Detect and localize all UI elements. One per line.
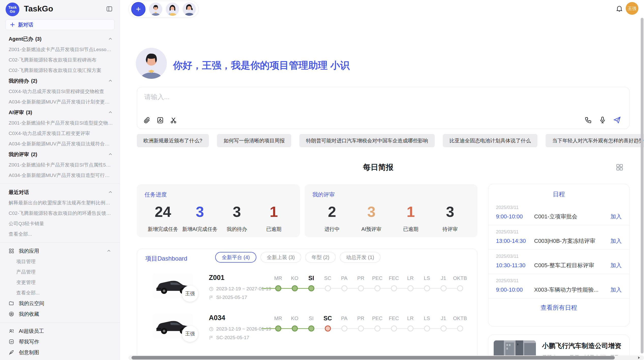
app-link[interactable]: 变更管理: [16, 277, 120, 288]
logo-line2: Go: [10, 9, 15, 13]
sidebar-task-item[interactable]: A034-全新新能源MUV产品开发项目计划变更表编写: [0, 97, 120, 107]
schedule-name: C001-立项审批会: [534, 213, 607, 220]
suggestion-chip[interactable]: 比亚迪全固态电池计划具体说了什么: [443, 134, 537, 147]
dashboard-tab[interactable]: 全新上装 (3): [260, 252, 301, 263]
plus-icon: [10, 22, 15, 27]
chevron-up-icon[interactable]: [108, 152, 113, 157]
agent-avatar-1[interactable]: [149, 3, 162, 16]
sidebar-header: Task Go TaskGo: [0, 0, 120, 19]
recent-chat-item[interactable]: 解释最新出台的欧盟报废车法规再生塑料比例被调至15%...: [0, 198, 120, 208]
dashboard-tab[interactable]: 动总开发 (1): [340, 252, 380, 263]
vertical-scrollbar-thumb[interactable]: [641, 18, 643, 353]
recent-chat-item[interactable]: 公司Q3轻卡销量: [0, 218, 120, 229]
notifications-bell-icon[interactable]: [616, 5, 623, 12]
sidebar-item-ai-staff[interactable]: AI超级员工: [0, 326, 120, 336]
stat: 3 待评审: [430, 203, 470, 233]
sidebar-task-item[interactable]: Z001-全新燃油皮卡产品开发项目SI节点Lesson Learn报告: [0, 44, 120, 55]
clock-icon: [209, 287, 214, 291]
sidebar-item-creative-draw[interactable]: 创意制图: [0, 347, 120, 358]
dashboard-tab[interactable]: 年型 (2): [305, 252, 336, 263]
send-plane-icon[interactable]: [613, 116, 621, 124]
sidebar-task-item[interactable]: C02-飞腾新能源轻客改款项目立项汇报方案: [0, 65, 120, 76]
scissors-icon[interactable]: [170, 116, 177, 124]
my-review-card: 我的评审 2 进行中 3 AI预评审 1 已逾期 3 待评审: [305, 184, 477, 237]
suggestion-chip[interactable]: 当下年轻人对汽车外观有怎样的喜好趋势: [546, 134, 644, 147]
chevron-up-icon[interactable]: [108, 110, 113, 115]
milestone: OKTB: [452, 274, 468, 291]
sidebar-section-recent-chats[interactable]: 最近对话: [0, 187, 120, 198]
app-link[interactable]: 产品管理: [16, 267, 120, 277]
section-title: Agent已办: [9, 36, 33, 42]
milestone-dot: [441, 285, 447, 291]
sidebar-task-item[interactable]: C0X4-动力总成开发项目工程变更评审: [0, 128, 120, 139]
sidebar-task-item[interactable]: C02-飞腾新能源轻客改款项目里程碑画布: [0, 55, 120, 65]
paperclip-icon[interactable]: [143, 116, 151, 124]
schedule-name: C003|H0B-方案冻结评审: [534, 237, 607, 245]
sidebar-item-my-apps[interactable]: 我的应用: [0, 246, 120, 256]
plus-icon: [135, 6, 141, 12]
milestone-track: MR KO SI SC PA: [270, 274, 468, 291]
sidebar-section-agent-done[interactable]: Agent已办 (3): [0, 34, 120, 44]
chevron-up-icon[interactable]: [108, 79, 113, 83]
project-row[interactable]: 王强 Z001 2023-12-19 ~ 2027-01-19 SI-2025-…: [137, 273, 477, 311]
milestone-dot: [374, 285, 380, 291]
sidebar-item-help-write[interactable]: 帮我写作: [0, 336, 120, 347]
project-code: Z001: [209, 274, 225, 282]
suggestion-chip[interactable]: 如何写一份清晰的项目周报: [217, 134, 291, 147]
apps-view-all[interactable]: 查看全部...: [16, 288, 120, 298]
chevron-up-icon[interactable]: [108, 190, 113, 194]
sidebar-section-ai-review[interactable]: AI评审 (3): [0, 107, 120, 118]
chevron-up-icon[interactable]: [107, 249, 111, 253]
drawing-feather-icon: [9, 350, 14, 355]
suggestion-chip[interactable]: 特朗普可能对进口汽车增税会对中国车企造成哪些影响: [299, 134, 435, 147]
sidebar-collapse-icon[interactable]: [106, 6, 113, 12]
milestone-label: LR: [402, 314, 419, 322]
new-chat-button[interactable]: 新对话: [6, 19, 114, 30]
horizontal-scrollbar[interactable]: [128, 355, 644, 360]
suggestion-chip[interactable]: 欧洲新规最近颁布了什么?: [137, 134, 209, 147]
recent-chat-item[interactable]: C02-飞腾新能源轻客改款项目的闭环通告反馈情况: [0, 208, 120, 218]
sidebar-section-my-todo[interactable]: 我的待办 (2): [0, 76, 120, 86]
sidebar-task-item[interactable]: Z001-全新燃油轻卡产品开发项目SI节点属性5D文件评审: [0, 160, 120, 170]
sidebar-section-my-review[interactable]: 我的评审 (2): [0, 149, 120, 160]
horizontal-scrollbar-thumb[interactable]: [131, 356, 615, 359]
user-avatar[interactable]: 王强: [626, 2, 638, 15]
phone-icon[interactable]: [584, 116, 592, 124]
image-icon[interactable]: [156, 116, 164, 124]
sidebar-task-item[interactable]: A034-全新新能源MUV产品开发项目法规符合性评审: [0, 139, 120, 149]
project-row[interactable]: 王强 A034 2023-12-19 ~ 2026-01-19 SC-2025-…: [137, 313, 477, 352]
sidebar-task-item[interactable]: C0X4-动力总成开发项目SI里程碑提交物检查: [0, 86, 120, 97]
add-agent-button[interactable]: [131, 2, 145, 16]
join-button[interactable]: 加入: [610, 286, 622, 294]
agent-avatar-3[interactable]: [183, 3, 196, 16]
milestone-dot: [308, 285, 314, 291]
mic-icon[interactable]: [599, 116, 606, 124]
schedule-date: 2025/03/11: [496, 205, 622, 210]
sidebar-item-cloud-space[interactable]: 我的云空间: [0, 298, 120, 309]
chevron-up-icon[interactable]: [108, 37, 113, 41]
milestone-label: PEC: [369, 274, 386, 282]
agent-avatar-2[interactable]: [166, 3, 179, 16]
milestone-dot: [374, 325, 380, 332]
join-button[interactable]: 加入: [610, 262, 622, 269]
main-area: 王强 你好，王强，我是你的项目管理助理 小识 欧洲新规最近颁布了什么?如何写一份…: [120, 0, 644, 360]
schedule-view-all[interactable]: 查看所有日程: [488, 298, 629, 317]
dashboard-tab[interactable]: 全新平台 (4): [215, 252, 256, 263]
chat-input[interactable]: [144, 93, 552, 101]
sidebar-task-item[interactable]: Z001-全新燃油轻卡产品开发项目SI造型提交物评审: [0, 118, 120, 128]
join-button[interactable]: 加入: [610, 237, 622, 245]
milestone-track: MR KO SI SC PA: [270, 314, 468, 332]
milestone-dot: [358, 325, 364, 332]
milestone-label: SI: [303, 274, 319, 282]
arrow-right-icon[interactable]: [637, 356, 640, 359]
layout-grid-icon[interactable]: [616, 163, 624, 171]
app-link[interactable]: 项目管理: [16, 256, 120, 267]
new-chat-label: 新对话: [18, 21, 33, 28]
stat: 2 进行中: [312, 203, 352, 233]
sidebar-task-item[interactable]: A034-全新新能源MUV产品开发项目造型可行性评审: [0, 170, 120, 181]
apps-grid-icon: [9, 248, 14, 254]
join-button[interactable]: 加入: [610, 213, 622, 220]
stat-label: 已逾期: [391, 226, 431, 233]
recent-view-all[interactable]: 查看全部...: [0, 229, 120, 239]
sidebar-item-favorites[interactable]: 我的收藏: [0, 309, 120, 319]
